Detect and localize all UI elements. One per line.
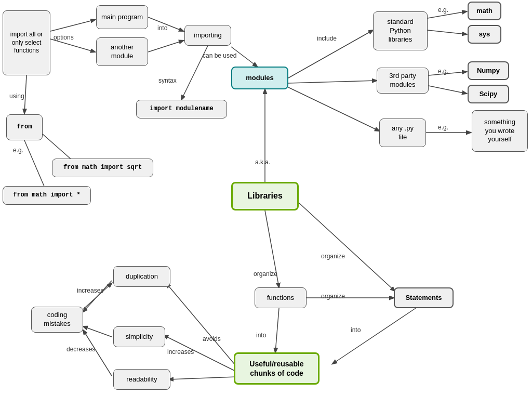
svg-line-19 [299, 203, 395, 291]
importing-node: importing [184, 25, 231, 46]
math-node: math [468, 2, 501, 20]
scipy-node: Scipy [468, 85, 509, 103]
using-label: using [9, 93, 24, 100]
svg-line-6 [148, 41, 183, 52]
concept-map: import all or only select functions from… [0, 0, 532, 408]
from-math-star-node: from math import * [3, 186, 91, 205]
include-label: include [317, 35, 337, 42]
increases-label-2: increases [167, 348, 194, 356]
svg-line-12 [288, 81, 377, 83]
from-math-sqrt-node: from math import sqrt [52, 159, 153, 177]
syntax-label: syntax [158, 77, 177, 84]
functions-node: functions [255, 287, 307, 308]
increases-label-1: increases [77, 287, 103, 294]
import-modulename-node: import modulename [136, 100, 227, 119]
modules-node: modules [231, 67, 288, 89]
svg-line-25 [169, 377, 236, 379]
svg-line-11 [428, 30, 467, 34]
svg-line-27 [83, 326, 112, 337]
organize-label-2: organize [321, 253, 345, 260]
svg-line-21 [275, 308, 279, 352]
eg-label-3: e.g. [438, 68, 448, 75]
main-program-node: main program [96, 5, 148, 29]
useful-chunks-node: Useful/reusablechunks of code [234, 352, 320, 385]
from-keyword-node: from [6, 114, 43, 140]
sys-node: sys [468, 25, 501, 44]
statements-node: Statements [394, 287, 454, 308]
svg-line-2 [24, 140, 47, 192]
third-party-node: 3rd partymodules [377, 68, 429, 94]
decreases-label: decreases [66, 346, 95, 353]
svg-line-3 [50, 20, 95, 31]
can-be-used-label: can be used [203, 52, 236, 59]
svg-line-15 [288, 87, 379, 131]
coding-mistakes-node: codingmistakes [31, 307, 83, 333]
any-py-node: any .pyfile [379, 119, 426, 147]
eg-label-2: e.g. [438, 6, 448, 14]
readability-node: readability [113, 369, 170, 390]
std-python-node: standardPythonlibraries [373, 11, 428, 50]
svg-line-26 [83, 281, 112, 312]
duplication-node: duplication [113, 266, 170, 287]
svg-line-28 [83, 330, 112, 376]
into-label-3: into [351, 326, 361, 334]
svg-line-14 [429, 86, 467, 94]
wrote-yourself-node: somethingyou wroteyourself [472, 110, 528, 152]
eg-label-1: e.g. [13, 147, 23, 154]
svg-line-22 [332, 308, 416, 364]
options-label: options [54, 34, 74, 41]
into-label: into [157, 24, 167, 32]
simplicity-node: simplicity [113, 326, 165, 347]
organize-label-1: organize [254, 270, 277, 278]
eg-label-4: e.g. [438, 124, 448, 131]
libraries-node: Libraries [231, 182, 299, 210]
into-label-2: into [256, 332, 266, 339]
another-module-node: another module [96, 37, 148, 66]
avoids-label: avoids [203, 335, 221, 343]
import-all-node: import all or only select functions [3, 10, 50, 75]
svg-line-0 [24, 75, 26, 113]
numpy-node: Numpy [468, 61, 509, 80]
organize-label-3: organize [321, 293, 345, 300]
aka-label: a.k.a. [255, 159, 270, 166]
